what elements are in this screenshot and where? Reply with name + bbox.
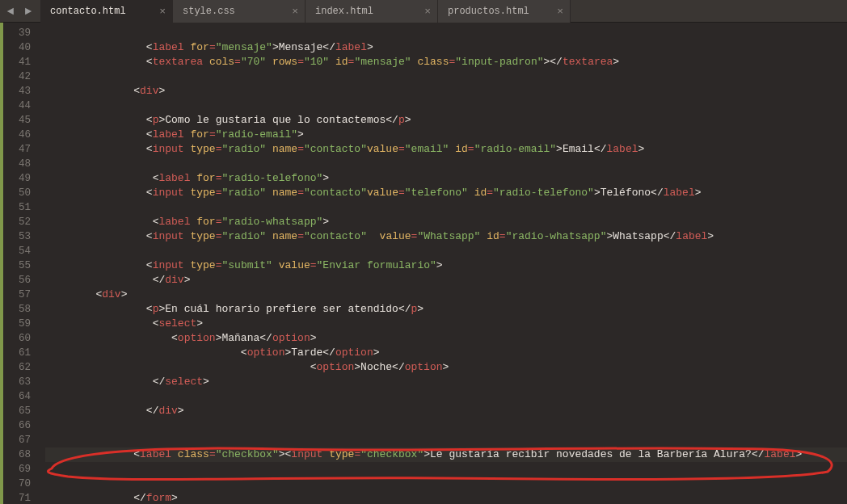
code-line[interactable]: <p>Como le gustaria que lo contactemos</… xyxy=(45,113,847,128)
code-line[interactable]: <option>Tarde</option> xyxy=(45,346,847,360)
code-line[interactable]: <p>En cuál horario prefiere ser atendido… xyxy=(45,302,847,317)
code-line[interactable] xyxy=(45,26,847,40)
code-line[interactable]: <div> xyxy=(45,84,847,99)
tab-productos-html[interactable]: productos.html× xyxy=(438,0,571,23)
line-number: 46 xyxy=(3,128,31,142)
line-number: 53 xyxy=(3,229,31,244)
close-icon[interactable]: × xyxy=(557,5,563,17)
close-icon[interactable]: × xyxy=(424,5,431,17)
line-number: 55 xyxy=(3,258,31,273)
line-number: 57 xyxy=(3,288,31,302)
code-line[interactable]: <label for="radio-whatsapp"> xyxy=(45,215,847,229)
code-line[interactable]: <input type="submit" value="Enviar formu… xyxy=(45,258,847,273)
line-number: 47 xyxy=(3,142,31,157)
tab-index-html[interactable]: index.html× xyxy=(306,0,438,23)
code-line[interactable]: <input type="radio" name="contacto"value… xyxy=(45,186,847,200)
close-icon[interactable]: × xyxy=(159,5,166,17)
code-line[interactable] xyxy=(45,99,847,113)
tab-label: index.html xyxy=(315,6,373,17)
close-icon[interactable]: × xyxy=(292,5,298,17)
code-area[interactable]: <label for="mensaje">Mensaje</label> <te… xyxy=(36,23,847,504)
nav-back-icon[interactable]: ◄ xyxy=(2,2,19,20)
code-line[interactable]: <option>Mañana</option> xyxy=(45,331,847,346)
line-number: 43 xyxy=(3,84,31,99)
code-line[interactable]: <label class="checkbox"><input type="che… xyxy=(45,447,847,462)
code-line[interactable] xyxy=(45,69,847,84)
line-number: 63 xyxy=(3,375,31,389)
line-number: 48 xyxy=(3,157,31,171)
line-number: 61 xyxy=(3,346,31,360)
line-number: 58 xyxy=(3,302,31,317)
line-number: 69 xyxy=(3,462,31,477)
nav-forward-icon[interactable]: ► xyxy=(19,2,37,20)
tab-label: style.css xyxy=(183,6,235,17)
line-number: 65 xyxy=(3,404,31,418)
code-line[interactable] xyxy=(45,462,847,477)
line-number: 62 xyxy=(3,360,31,375)
code-line[interactable]: <label for="radio-email"> xyxy=(45,128,847,142)
code-line[interactable]: <option>Noche</option> xyxy=(45,360,847,375)
line-number: 67 xyxy=(3,433,31,447)
code-line[interactable]: <label for="radio-telefono"> xyxy=(45,171,847,186)
code-line[interactable] xyxy=(45,389,847,404)
tab-style-css[interactable]: style.css× xyxy=(173,0,306,23)
line-number: 64 xyxy=(3,389,31,404)
line-number: 42 xyxy=(3,69,31,84)
code-line[interactable]: <div> xyxy=(45,288,847,302)
title-bar: ◄ ► contacto.html×style.css×index.html×p… xyxy=(0,0,847,23)
code-line[interactable] xyxy=(45,157,847,171)
code-line[interactable]: </div> xyxy=(45,404,847,418)
code-line[interactable] xyxy=(45,418,847,433)
line-number: 49 xyxy=(3,171,31,186)
code-line[interactable] xyxy=(45,244,847,258)
line-number: 51 xyxy=(3,200,31,215)
tab-label: contacto.html xyxy=(50,6,126,17)
tab-contacto-html[interactable]: contacto.html× xyxy=(40,0,173,23)
line-number: 59 xyxy=(3,317,31,331)
line-number: 70 xyxy=(3,477,31,491)
line-number: 40 xyxy=(3,40,31,55)
line-number: 41 xyxy=(3,55,31,69)
line-number: 39 xyxy=(3,26,31,40)
code-line[interactable] xyxy=(45,477,847,491)
line-number: 54 xyxy=(3,244,31,258)
code-line[interactable]: <label for="mensaje">Mensaje</label> xyxy=(45,40,847,55)
line-number: 45 xyxy=(3,113,31,128)
line-number-gutter: 3940414243444546474849505152535455565758… xyxy=(0,23,36,504)
code-line[interactable]: <input type="radio" name="contacto"value… xyxy=(45,142,847,157)
line-number: 68 xyxy=(3,447,31,462)
code-line[interactable]: <select> xyxy=(45,317,847,331)
tab-strip: contacto.html×style.css×index.html×produ… xyxy=(40,0,571,23)
code-line[interactable]: <textarea cols="70" rows="10" id="mensaj… xyxy=(45,55,847,69)
line-number: 50 xyxy=(3,186,31,200)
code-line[interactable] xyxy=(45,200,847,215)
code-line[interactable]: <input type="radio" name="contacto" valu… xyxy=(45,229,847,244)
code-line[interactable] xyxy=(45,433,847,447)
line-number: 56 xyxy=(3,273,31,288)
editor-pane: 3940414243444546474849505152535455565758… xyxy=(0,23,847,504)
line-number: 44 xyxy=(3,99,31,113)
code-line[interactable]: </select> xyxy=(45,375,847,389)
code-line[interactable]: </div> xyxy=(45,273,847,288)
tab-label: productos.html xyxy=(448,6,529,17)
line-number: 52 xyxy=(3,215,31,229)
line-number: 60 xyxy=(3,331,31,346)
line-number: 66 xyxy=(3,418,31,433)
line-number: 71 xyxy=(3,491,31,504)
code-line[interactable]: </form> xyxy=(45,491,847,504)
